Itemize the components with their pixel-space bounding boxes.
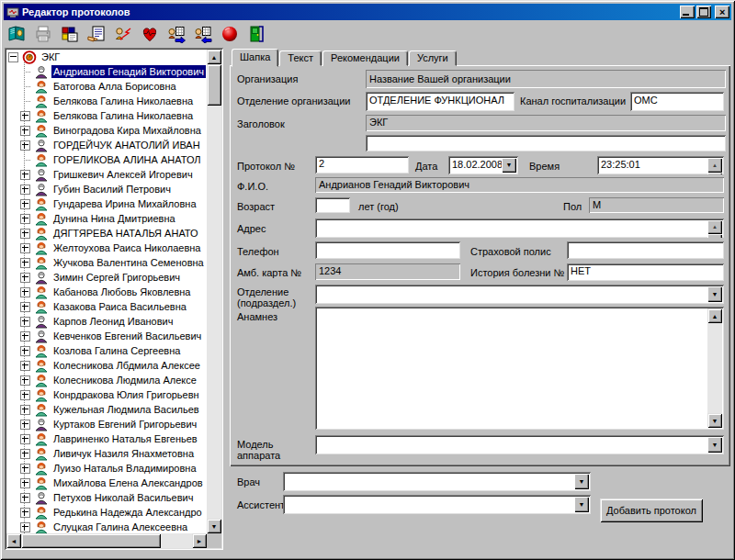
insurance-field[interactable]: [567, 241, 724, 259]
tree-vscroll-thumb[interactable]: [207, 64, 221, 106]
tree-item[interactable]: Лавриненко Наталья Евгеньев: [6, 431, 207, 446]
tree-horizontal-scrollbar[interactable]: ◄ ►: [6, 533, 207, 548]
tab-uslugi[interactable]: Услуги: [409, 50, 457, 66]
app-icon[interactable]: [6, 6, 19, 18]
exit-door-icon[interactable]: [245, 24, 266, 44]
tree-item[interactable]: Куртаков Евгений Григорьевич: [6, 417, 207, 431]
tree-root-item[interactable]: ЭКГ: [6, 50, 207, 64]
expand-icon[interactable]: [20, 331, 30, 342]
tree-item[interactable]: Карпов Леонид Иванович: [6, 314, 207, 329]
scroll-down-icon[interactable]: ▼: [207, 519, 221, 533]
spin-down-icon[interactable]: ▼: [707, 234, 722, 238]
tree-item[interactable]: Михайлова Елена Александров: [6, 476, 207, 490]
heart-ecg-icon[interactable]: [139, 24, 160, 44]
expand-icon[interactable]: [20, 493, 30, 503]
expand-icon[interactable]: [20, 405, 30, 415]
tree-item[interactable]: Луизо Наталья Владимировна: [6, 461, 207, 476]
expand-icon[interactable]: [20, 243, 30, 253]
amb-card-field[interactable]: 1234: [315, 263, 460, 280]
tree-item[interactable]: ГОРДЕЙЧУК АНАТОЛИЙ ИВАН: [6, 138, 207, 152]
date-dropdown-button[interactable]: ▼: [502, 158, 516, 173]
tree-item[interactable]: Казакова Раиса Васильевна: [6, 299, 207, 314]
tab-rekomendacii[interactable]: Рекомендации: [322, 50, 408, 66]
scroll-right-icon[interactable]: ►: [192, 533, 207, 548]
tree-item[interactable]: Колесникова Лбдмила Алексее: [6, 358, 207, 373]
age-field[interactable]: [315, 197, 350, 213]
import-protocol-icon[interactable]: [192, 24, 213, 44]
tree-item[interactable]: Желтоухова Раиса Николаевна: [6, 241, 207, 255]
expand-icon[interactable]: [20, 214, 30, 224]
device-model-combo[interactable]: ▼: [315, 435, 724, 454]
phone-field[interactable]: [315, 241, 460, 259]
anamnesis-textarea[interactable]: ▲ ▼: [315, 307, 724, 430]
department-org-field[interactable]: ОТДЕЛЕНИЕ ФУНКЦИОНАЛ: [366, 92, 514, 111]
spin-down-icon[interactable]: ▼: [707, 173, 722, 174]
date-field[interactable]: 18.02.2008 ▼: [448, 156, 518, 174]
tree-item[interactable]: Гришкевич Алексей Игоревич: [6, 167, 207, 182]
add-protocol-button[interactable]: Добавить протокол: [600, 498, 703, 522]
expand-icon[interactable]: [20, 185, 30, 195]
protocol-no-field[interactable]: 2: [315, 156, 409, 174]
expand-icon[interactable]: [20, 434, 30, 444]
expand-icon[interactable]: [20, 258, 30, 268]
tree-item[interactable]: Андрианов Генадий Викторович: [6, 64, 207, 79]
address-field[interactable]: ▲ ▼: [315, 218, 724, 238]
spin-up-icon[interactable]: ▲: [707, 220, 722, 234]
tree-hscroll-track[interactable]: [161, 533, 192, 548]
assistant-combo[interactable]: ▼: [283, 495, 591, 514]
tree-item[interactable]: Редькина Надежда Александро: [6, 505, 207, 520]
subdivision-combo[interactable]: ▼: [315, 285, 724, 304]
expand-icon[interactable]: [20, 199, 30, 209]
export-protocol-icon[interactable]: [165, 24, 187, 44]
expand-icon[interactable]: [20, 111, 30, 121]
doctor-dropdown-button[interactable]: ▼: [574, 474, 589, 489]
expand-icon[interactable]: [20, 287, 30, 297]
header-field[interactable]: ЭКГ: [366, 115, 726, 131]
expand-icon[interactable]: [20, 229, 30, 239]
anamnesis-scroll-track[interactable]: [707, 323, 722, 413]
assistant-dropdown-button[interactable]: ▼: [574, 497, 589, 512]
tree-vscroll-track[interactable]: [207, 106, 221, 519]
tree-item[interactable]: Слуцкая Галина Алексеевна: [6, 520, 207, 533]
print-icon[interactable]: [32, 24, 53, 44]
tree-hscroll-thumb[interactable]: [21, 533, 161, 548]
tree-item[interactable]: Ливичук Назиля Янахметовна: [6, 446, 207, 461]
tree-item[interactable]: Зимин Сергей Григорьевич: [6, 270, 207, 285]
expand-icon[interactable]: [20, 390, 30, 400]
expand-icon[interactable]: [20, 449, 30, 459]
expand-icon[interactable]: [20, 375, 30, 386]
tab-tekst[interactable]: Текст: [279, 50, 322, 66]
tree-item[interactable]: Гундарева Ирина Михайловна: [6, 196, 207, 211]
assign-patient-icon[interactable]: [112, 24, 133, 44]
subdivision-dropdown-button[interactable]: ▼: [707, 286, 722, 302]
edit-protocol-icon[interactable]: [85, 24, 107, 44]
tree-vertical-scrollbar[interactable]: ▲ ▼: [207, 50, 221, 533]
close-button[interactable]: ×: [715, 6, 729, 18]
expand-icon[interactable]: [20, 302, 30, 312]
scroll-down-icon[interactable]: ▼: [707, 413, 722, 428]
expand-icon[interactable]: [20, 478, 30, 488]
tree-item[interactable]: Колесникова Людмила Алексе: [6, 373, 207, 387]
maximize-button[interactable]: [696, 6, 711, 18]
help-book-icon[interactable]: [6, 24, 27, 44]
scroll-up-icon[interactable]: ▲: [707, 308, 722, 323]
tree-item[interactable]: Конрдракова Юлия Григорьевн: [6, 387, 207, 402]
tree-item[interactable]: Дунина Нина Дмитриевна: [6, 211, 207, 226]
minimize-button[interactable]: [680, 6, 695, 18]
case-history-field[interactable]: НЕТ: [567, 263, 724, 281]
doctor-combo[interactable]: ▼: [283, 472, 591, 491]
expand-icon[interactable]: [20, 273, 30, 283]
expand-icon[interactable]: [20, 170, 30, 180]
device-model-dropdown-button[interactable]: ▼: [707, 437, 722, 453]
tree-item[interactable]: Кевченков Евгений Васильевич: [6, 329, 207, 343]
tree-item[interactable]: Козлова Галина Сергеевна: [6, 343, 207, 358]
protocol-settings-icon[interactable]: [59, 24, 80, 44]
expand-icon[interactable]: [20, 346, 30, 356]
tree-item[interactable]: Белякова Галина Николаевна: [6, 94, 207, 108]
tree-item[interactable]: Кабанова Любовь Яковлевна: [6, 285, 207, 299]
tab-shapka[interactable]: Шапка: [232, 49, 278, 67]
tree-item[interactable]: Петухов Николай Васильевич: [6, 490, 207, 505]
expand-icon[interactable]: [20, 508, 30, 518]
tree-item[interactable]: Жучкова Валентина Семеновна: [6, 255, 207, 270]
tree-item[interactable]: Виноградова Кира Михайловна: [6, 123, 207, 138]
